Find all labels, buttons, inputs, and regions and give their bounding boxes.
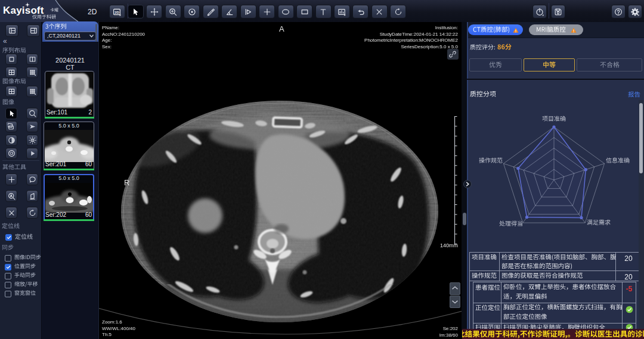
svg-text:2D: 2D bbox=[114, 10, 119, 14]
